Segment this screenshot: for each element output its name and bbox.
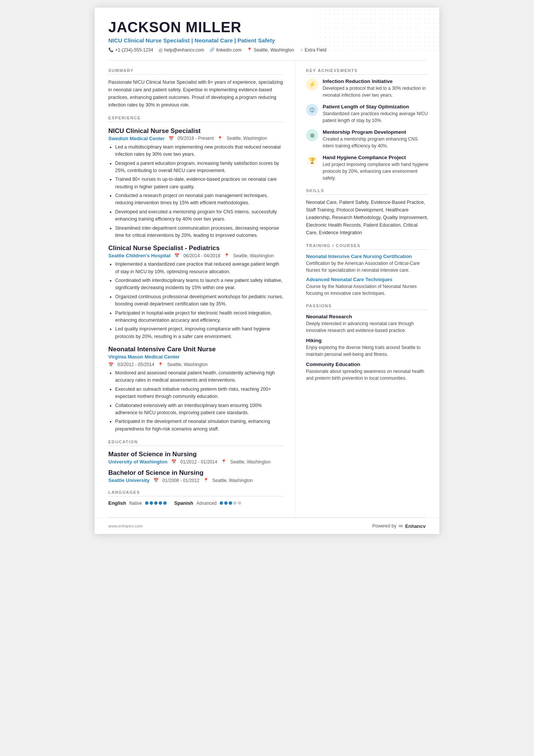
location-icon-job1: 📍 bbox=[217, 136, 223, 141]
bullet-1-5: Developed and executed a mentorship prog… bbox=[115, 208, 284, 223]
bullet-1-1: Led a multidisciplinary team implementin… bbox=[115, 144, 284, 158]
job-title-3: Neonatal Intensive Care Unit Nurse bbox=[108, 346, 284, 353]
achievement-icon-4: 🏆 bbox=[306, 155, 318, 167]
bullet-2-1: Implemented a standardized care practice… bbox=[115, 261, 284, 275]
language-spanish: Spanish Advanced bbox=[174, 500, 241, 506]
achievement-text-3: Mentorship Program Development Created a… bbox=[323, 129, 429, 149]
skills-text: Neonatal Care, Patient Safety, Evidence-… bbox=[306, 199, 429, 236]
bullet-3-1: Monitored and assessed neonatal patient … bbox=[115, 369, 284, 384]
education-section-title: EDUCATION bbox=[108, 440, 284, 446]
job-location-1: Seattle, Washington bbox=[226, 136, 267, 141]
edu-degree-1: Master of Science in Nursing bbox=[108, 451, 284, 458]
job-location-3: Seattle, Washington bbox=[167, 362, 208, 367]
passion-item-2: Hiking Enjoy exploring the diverse hikin… bbox=[306, 338, 429, 358]
edu-school-2: Seattle University bbox=[108, 477, 150, 483]
contact-bar: 📞 +1-(234)-555-1234 @ help@enhancv.com 🔗… bbox=[108, 47, 426, 53]
achievement-text-1: Infection Reduction Initiative Developed… bbox=[323, 78, 429, 99]
calendar-icon-edu2: 📅 bbox=[153, 478, 159, 483]
passions-section-title: PASSIONS bbox=[306, 304, 429, 310]
email-contact[interactable]: @ help@enhancv.com bbox=[158, 47, 204, 53]
edu-school-1: University of Washington bbox=[108, 459, 167, 465]
bullet-3-3: Collaborated extensively with an interdi… bbox=[115, 402, 284, 417]
training-title-2[interactable]: Advanced Neonatal Care Techniques bbox=[306, 277, 429, 282]
passion-title-1: Neonatal Research bbox=[306, 314, 429, 319]
dot-en-3 bbox=[154, 501, 158, 505]
location-icon-job2: 📍 bbox=[224, 253, 230, 258]
bullet-2-4: Participated in hospital-wide project fo… bbox=[115, 310, 284, 324]
dot-es-4 bbox=[233, 501, 237, 505]
main-body: SUMMARY Passionate NICU Clinical Nurse S… bbox=[95, 61, 439, 517]
achievement-title-4: Hand Hygiene Compliance Project bbox=[323, 155, 429, 160]
job-meta-1: Swedish Medical Center 📅 05/2018 - Prese… bbox=[108, 136, 284, 141]
bullet-1-6: Streamlined inter-department communicati… bbox=[115, 225, 284, 239]
language-english: English Native bbox=[108, 500, 167, 506]
job-company-2: Seattle Children's Hospital bbox=[108, 253, 170, 258]
dot-es-3 bbox=[229, 501, 232, 505]
training-title-1[interactable]: Neonatal Intensive Care Nursing Certific… bbox=[306, 254, 429, 259]
calendar-icon-2: 📅 bbox=[174, 253, 180, 258]
job-bullets-3: Monitored and assessed neonatal patient … bbox=[108, 369, 284, 433]
footer-brand: Powered by ∞ Enhancv bbox=[372, 523, 426, 529]
dot-es-2 bbox=[224, 501, 228, 505]
training-desc-1: Certification by the American Associatio… bbox=[306, 260, 429, 274]
achievement-title-1: Infection Reduction Initiative bbox=[323, 78, 429, 84]
dot-es-5 bbox=[238, 501, 241, 505]
job-meta-3: Virginia Mason Medical Center bbox=[108, 354, 284, 360]
extra-contact: ☆ Extra Field bbox=[300, 47, 326, 53]
achievement-icon-1: ⚡ bbox=[306, 78, 318, 91]
achievement-1: ⚡ Infection Reduction Initiative Develop… bbox=[306, 78, 429, 99]
passion-desc-2: Enjoy exploring the diverse hiking trail… bbox=[306, 344, 429, 358]
job-title-1: NICU Clinical Nurse Specialist bbox=[108, 127, 284, 135]
job-meta-3b: 📅 03/2012 - 05/2014 📍 Seattle, Washingto… bbox=[108, 362, 284, 367]
achievement-2: ⚖️ Patient Length of Stay Optimization S… bbox=[306, 104, 429, 124]
dot-en-2 bbox=[150, 501, 153, 505]
achievement-text-2: Patient Length of Stay Optimization Stan… bbox=[323, 104, 429, 124]
linkedin-icon: 🔗 bbox=[209, 47, 215, 52]
bullet-1-4: Conducted a research project on neonatal… bbox=[115, 192, 284, 207]
phone-icon: 📞 bbox=[108, 47, 114, 52]
dot-en-5 bbox=[163, 501, 167, 505]
footer-website[interactable]: www.enhancv.com bbox=[108, 524, 143, 528]
left-column: SUMMARY Passionate NICU Clinical Nurse S… bbox=[95, 61, 295, 517]
job-bullets-2: Implemented a standardized care practice… bbox=[108, 261, 284, 340]
enhancv-brand-name: Enhancv bbox=[405, 523, 426, 529]
achievement-4: 🏆 Hand Hygiene Compliance Project Led pr… bbox=[306, 155, 429, 182]
location-contact: 📍 Seattle, Washington bbox=[247, 47, 294, 53]
right-column: KEY ACHIEVEMENTS ⚡ Infection Reduction I… bbox=[295, 61, 439, 517]
spanish-dots bbox=[220, 501, 241, 505]
resume-container: JACKSON MILLER NICU Clinical Nurse Speci… bbox=[95, 8, 439, 534]
job-company-3: Virginia Mason Medical Center bbox=[108, 354, 180, 360]
achievement-icon-2: ⚖️ bbox=[306, 104, 318, 116]
job-meta-2: Seattle Children's Hospital 📅 06/2014 - … bbox=[108, 253, 284, 258]
achievement-text-4: Hand Hygiene Compliance Project Led proj… bbox=[323, 155, 429, 182]
job-title-2: Clinical Nurse Specialist - Pediatrics bbox=[108, 244, 284, 252]
passion-title-3: Community Education bbox=[306, 362, 429, 367]
english-dots bbox=[145, 501, 167, 505]
summary-section-title: SUMMARY bbox=[108, 68, 284, 75]
location-icon: 📍 bbox=[247, 47, 252, 52]
star-icon: ☆ bbox=[300, 47, 303, 52]
bullet-1-3: Trained 80+ nurses in up-to-date, eviden… bbox=[115, 176, 284, 191]
location-icon-edu1: 📍 bbox=[221, 459, 226, 464]
location-icon-job3: 📍 bbox=[158, 362, 163, 367]
edu-meta-2: Seattle University 📅 01/2008 - 01/2012 📍… bbox=[108, 477, 284, 483]
calendar-icon-1: 📅 bbox=[169, 136, 174, 141]
job-dates-2: 06/2014 - 04/2018 bbox=[183, 253, 220, 258]
skills-section-title: SKILLS bbox=[306, 188, 429, 195]
bullet-2-2: Coordinated with interdisciplinary teams… bbox=[115, 277, 284, 292]
job-location-2: Seattle, Washington bbox=[233, 253, 274, 258]
footer: www.enhancv.com Powered by ∞ Enhancv bbox=[95, 518, 439, 534]
passion-item-1: Neonatal Research Deeply interested in a… bbox=[306, 314, 429, 334]
calendar-icon-edu1: 📅 bbox=[171, 459, 176, 464]
achievements-section-title: KEY ACHIEVEMENTS bbox=[306, 68, 429, 75]
training-item-1: Neonatal Intensive Care Nursing Certific… bbox=[306, 254, 429, 274]
passion-desc-3: Passionate about spreading awareness on … bbox=[306, 368, 429, 382]
achievement-title-2: Patient Length of Stay Optimization bbox=[323, 104, 429, 110]
header-section: JACKSON MILLER NICU Clinical Nurse Speci… bbox=[95, 8, 439, 60]
calendar-icon-3: 📅 bbox=[108, 362, 114, 367]
experience-section-title: EXPERIENCE bbox=[108, 116, 284, 122]
bullet-1-2: Designed a parent education program, inc… bbox=[115, 160, 284, 175]
bullet-3-2: Executed an outreach initiative reducing… bbox=[115, 386, 284, 401]
linkedin-contact[interactable]: 🔗 linkedin.com bbox=[209, 47, 242, 53]
email-icon: @ bbox=[158, 48, 162, 52]
